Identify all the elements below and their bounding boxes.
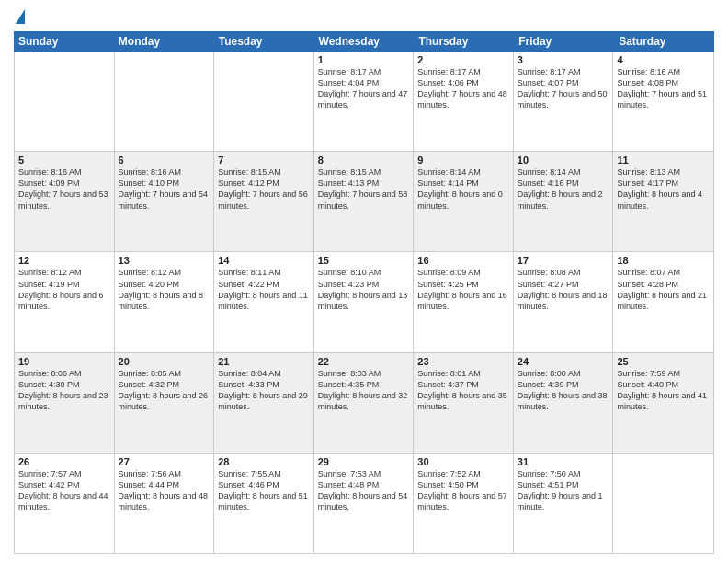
- cell-info: Sunrise: 7:55 AM Sunset: 4:46 PM Dayligh…: [218, 468, 310, 513]
- page: SundayMondayTuesdayWednesdayThursdayFrid…: [0, 0, 728, 563]
- calendar-cell: 19Sunrise: 8:06 AM Sunset: 4:30 PM Dayli…: [15, 353, 115, 453]
- cell-info: Sunrise: 8:01 AM Sunset: 4:37 PM Dayligh…: [417, 368, 509, 413]
- calendar-cell: 25Sunrise: 7:59 AM Sunset: 4:40 PM Dayli…: [613, 353, 713, 453]
- day-number: 9: [417, 155, 509, 166]
- cell-info: Sunrise: 8:14 AM Sunset: 4:14 PM Dayligh…: [417, 167, 509, 212]
- calendar-cell: [214, 52, 314, 151]
- day-number: 25: [617, 356, 710, 367]
- calendar-cell: 13Sunrise: 8:12 AM Sunset: 4:20 PM Dayli…: [115, 252, 215, 351]
- weekday-header: Sunday: [14, 31, 114, 52]
- calendar-row: 19Sunrise: 8:06 AM Sunset: 4:30 PM Dayli…: [15, 353, 713, 454]
- cell-info: Sunrise: 8:16 AM Sunset: 4:09 PM Dayligh…: [18, 167, 110, 212]
- calendar-cell: 6Sunrise: 8:16 AM Sunset: 4:10 PM Daylig…: [115, 152, 215, 251]
- calendar-row: 12Sunrise: 8:12 AM Sunset: 4:19 PM Dayli…: [15, 252, 713, 352]
- day-number: 26: [18, 456, 110, 467]
- calendar-row: 26Sunrise: 7:57 AM Sunset: 4:42 PM Dayli…: [15, 454, 713, 553]
- day-number: 7: [218, 155, 310, 166]
- calendar-cell: 8Sunrise: 8:15 AM Sunset: 4:13 PM Daylig…: [314, 152, 415, 251]
- calendar-cell: 23Sunrise: 8:01 AM Sunset: 4:37 PM Dayli…: [414, 353, 514, 453]
- calendar-cell: 15Sunrise: 8:10 AM Sunset: 4:23 PM Dayli…: [314, 252, 415, 351]
- day-number: 29: [318, 456, 410, 467]
- weekday-header: Monday: [114, 31, 214, 52]
- day-number: 24: [518, 356, 609, 367]
- cell-info: Sunrise: 8:00 AM Sunset: 4:39 PM Dayligh…: [518, 368, 609, 413]
- calendar-cell: 22Sunrise: 8:03 AM Sunset: 4:35 PM Dayli…: [314, 353, 415, 453]
- calendar-cell: 10Sunrise: 8:14 AM Sunset: 4:16 PM Dayli…: [514, 152, 614, 251]
- calendar-cell: 28Sunrise: 7:55 AM Sunset: 4:46 PM Dayli…: [214, 454, 314, 553]
- calendar-cell: 17Sunrise: 8:08 AM Sunset: 4:27 PM Dayli…: [514, 252, 614, 351]
- cell-info: Sunrise: 8:17 AM Sunset: 4:07 PM Dayligh…: [518, 66, 609, 111]
- cell-info: Sunrise: 8:10 AM Sunset: 4:23 PM Dayligh…: [318, 267, 410, 312]
- calendar-cell: 1Sunrise: 8:17 AM Sunset: 4:04 PM Daylig…: [314, 52, 415, 151]
- day-number: 18: [617, 255, 710, 266]
- day-number: 19: [18, 356, 110, 367]
- cell-info: Sunrise: 8:15 AM Sunset: 4:13 PM Dayligh…: [318, 167, 410, 212]
- cell-info: Sunrise: 7:57 AM Sunset: 4:42 PM Dayligh…: [18, 468, 110, 513]
- cell-info: Sunrise: 8:07 AM Sunset: 4:28 PM Dayligh…: [617, 267, 710, 312]
- day-number: 10: [518, 155, 609, 166]
- cell-info: Sunrise: 8:16 AM Sunset: 4:08 PM Dayligh…: [617, 66, 710, 111]
- weekday-header: Saturday: [614, 31, 714, 52]
- calendar-cell: 21Sunrise: 8:04 AM Sunset: 4:33 PM Dayli…: [214, 353, 314, 453]
- weekday-header: Friday: [514, 31, 614, 52]
- calendar-cell: 18Sunrise: 8:07 AM Sunset: 4:28 PM Dayli…: [613, 252, 713, 351]
- header: [14, 9, 714, 26]
- weekday-header: Tuesday: [214, 31, 314, 52]
- day-number: 31: [518, 456, 609, 467]
- day-number: 17: [518, 255, 609, 266]
- weekday-header: Thursday: [414, 31, 514, 52]
- day-number: 3: [518, 54, 609, 65]
- cell-info: Sunrise: 8:04 AM Sunset: 4:33 PM Dayligh…: [218, 368, 310, 413]
- day-number: 21: [218, 356, 310, 367]
- day-number: 11: [617, 155, 710, 166]
- day-number: 13: [119, 255, 210, 266]
- cell-info: Sunrise: 8:09 AM Sunset: 4:25 PM Dayligh…: [417, 267, 509, 312]
- day-number: 28: [218, 456, 310, 467]
- day-number: 27: [119, 456, 210, 467]
- calendar-row: 5Sunrise: 8:16 AM Sunset: 4:09 PM Daylig…: [15, 152, 713, 252]
- calendar-cell: 14Sunrise: 8:11 AM Sunset: 4:22 PM Dayli…: [214, 252, 314, 351]
- cell-info: Sunrise: 8:16 AM Sunset: 4:10 PM Dayligh…: [119, 167, 210, 212]
- cell-info: Sunrise: 8:03 AM Sunset: 4:35 PM Dayligh…: [318, 368, 410, 413]
- calendar-cell: 12Sunrise: 8:12 AM Sunset: 4:19 PM Dayli…: [15, 252, 115, 351]
- calendar-cell: 20Sunrise: 8:05 AM Sunset: 4:32 PM Dayli…: [115, 353, 215, 453]
- calendar-cell: 9Sunrise: 8:14 AM Sunset: 4:14 PM Daylig…: [414, 152, 514, 251]
- day-number: 20: [119, 356, 210, 367]
- cell-info: Sunrise: 7:52 AM Sunset: 4:50 PM Dayligh…: [417, 468, 509, 513]
- calendar-cell: 29Sunrise: 7:53 AM Sunset: 4:48 PM Dayli…: [314, 454, 415, 553]
- calendar-cell: 3Sunrise: 8:17 AM Sunset: 4:07 PM Daylig…: [514, 52, 614, 151]
- cell-info: Sunrise: 8:13 AM Sunset: 4:17 PM Dayligh…: [617, 167, 710, 212]
- cell-info: Sunrise: 8:12 AM Sunset: 4:19 PM Dayligh…: [18, 267, 110, 312]
- calendar-cell: 7Sunrise: 8:15 AM Sunset: 4:12 PM Daylig…: [214, 152, 314, 251]
- day-number: 2: [417, 54, 509, 65]
- cell-info: Sunrise: 8:15 AM Sunset: 4:12 PM Dayligh…: [218, 167, 310, 212]
- calendar-cell: 4Sunrise: 8:16 AM Sunset: 4:08 PM Daylig…: [613, 52, 713, 151]
- calendar-body: 1Sunrise: 8:17 AM Sunset: 4:04 PM Daylig…: [14, 52, 714, 554]
- calendar-cell: 26Sunrise: 7:57 AM Sunset: 4:42 PM Dayli…: [15, 454, 115, 553]
- calendar-cell: [15, 52, 115, 151]
- calendar-row: 1Sunrise: 8:17 AM Sunset: 4:04 PM Daylig…: [15, 52, 713, 152]
- calendar-cell: 16Sunrise: 8:09 AM Sunset: 4:25 PM Dayli…: [414, 252, 514, 351]
- cell-info: Sunrise: 8:17 AM Sunset: 4:06 PM Dayligh…: [417, 66, 509, 111]
- cell-info: Sunrise: 8:11 AM Sunset: 4:22 PM Dayligh…: [218, 267, 310, 312]
- day-number: 4: [617, 54, 710, 65]
- cell-info: Sunrise: 7:56 AM Sunset: 4:44 PM Dayligh…: [119, 468, 210, 513]
- cell-info: Sunrise: 7:50 AM Sunset: 4:51 PM Dayligh…: [518, 468, 609, 513]
- day-number: 30: [417, 456, 509, 467]
- cell-info: Sunrise: 7:53 AM Sunset: 4:48 PM Dayligh…: [318, 468, 410, 513]
- calendar-cell: 31Sunrise: 7:50 AM Sunset: 4:51 PM Dayli…: [514, 454, 614, 553]
- calendar-cell: [115, 52, 215, 151]
- day-number: 6: [119, 155, 210, 166]
- calendar-cell: 24Sunrise: 8:00 AM Sunset: 4:39 PM Dayli…: [514, 353, 614, 453]
- cell-info: Sunrise: 8:14 AM Sunset: 4:16 PM Dayligh…: [518, 167, 609, 212]
- calendar-cell: 5Sunrise: 8:16 AM Sunset: 4:09 PM Daylig…: [15, 152, 115, 251]
- cell-info: Sunrise: 8:17 AM Sunset: 4:04 PM Dayligh…: [318, 66, 410, 111]
- calendar-header: SundayMondayTuesdayWednesdayThursdayFrid…: [14, 31, 714, 52]
- day-number: 8: [318, 155, 410, 166]
- day-number: 5: [18, 155, 110, 166]
- calendar-cell: 11Sunrise: 8:13 AM Sunset: 4:17 PM Dayli…: [613, 152, 713, 251]
- day-number: 16: [417, 255, 509, 266]
- calendar: SundayMondayTuesdayWednesdayThursdayFrid…: [14, 31, 714, 554]
- cell-info: Sunrise: 7:59 AM Sunset: 4:40 PM Dayligh…: [617, 368, 710, 413]
- calendar-cell: 27Sunrise: 7:56 AM Sunset: 4:44 PM Dayli…: [115, 454, 215, 553]
